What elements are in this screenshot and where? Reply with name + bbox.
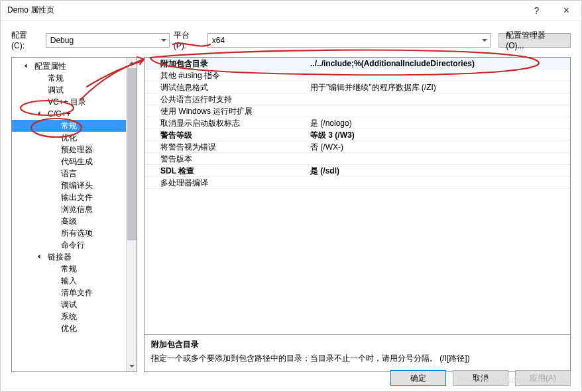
property-name: 其他 #using 指令 (145, 70, 308, 81)
tree-item[interactable]: 常规 (12, 72, 126, 84)
property-name: 使用 Windows 运行时扩展 (145, 105, 308, 117)
property-value[interactable]: 是 (/nologo) (308, 117, 570, 128)
tree-item[interactable]: VC++ 目录 (12, 96, 126, 108)
config-combo[interactable]: Debug (46, 33, 170, 48)
property-row[interactable]: 调试信息格式用于"编辑并继续"的程序数据库 (/ZI) (145, 81, 570, 93)
tree-item[interactable]: C/C++ (12, 108, 126, 120)
platform-value: x64 (212, 36, 225, 45)
tree-item[interactable]: 高级 (12, 215, 126, 227)
tree-item[interactable]: 配置属性 (12, 60, 126, 72)
property-name: 公共语言运行时支持 (145, 93, 308, 105)
tree-item[interactable]: 调试 (12, 84, 126, 96)
property-value[interactable]: 等级 3 (/W3) (308, 129, 570, 140)
property-grid[interactable]: 附加包含目录../../include;%(AdditionalIncludeD… (144, 57, 571, 335)
window-title: Demo 属性页 (7, 5, 522, 16)
property-value[interactable] (308, 70, 570, 81)
property-row[interactable]: 公共语言运行时支持 (145, 93, 570, 105)
property-value[interactable]: 用于"编辑并继续"的程序数据库 (/ZI) (308, 81, 570, 93)
property-name: 调试信息格式 (145, 81, 308, 93)
help-button[interactable]: ? (522, 1, 552, 21)
property-row[interactable]: 警告等级等级 3 (/W3) (145, 129, 570, 141)
property-name: 取消显示启动版权标志 (145, 117, 308, 128)
chevron-down-icon (482, 39, 487, 42)
tree-item[interactable]: 输入 (12, 275, 126, 287)
tree-item[interactable]: 命令行 (12, 239, 126, 251)
property-value[interactable] (308, 105, 570, 117)
property-value[interactable] (308, 93, 570, 105)
apply-button[interactable]: 应用(A) (515, 370, 571, 386)
property-name: 将警告视为错误 (145, 141, 308, 152)
property-name: 警告等级 (145, 129, 308, 140)
ok-button[interactable]: 确定 (390, 370, 446, 386)
tree-item[interactable]: 预编译头 (12, 179, 126, 191)
chevron-down-icon (161, 39, 166, 42)
property-name: 附加包含目录 (145, 58, 308, 69)
scroll-up-icon[interactable] (127, 58, 137, 68)
description-body: 指定一个或多个要添加到包含路径中的目录；当目录不止一个时，请用分号分隔。 (/I… (151, 353, 563, 364)
close-button[interactable]: × (552, 1, 581, 21)
property-value[interactable]: ../../include;%(AdditionalIncludeDirecto… (308, 58, 570, 69)
tree-item[interactable]: 系统 (12, 311, 126, 322)
tree-item[interactable]: 优化 (12, 322, 126, 334)
cancel-button[interactable]: 取消 (453, 370, 508, 386)
tree-item[interactable]: 常规 (12, 263, 126, 275)
property-row[interactable]: 使用 Windows 运行时扩展 (145, 105, 570, 117)
property-name: 警告版本 (145, 153, 308, 164)
config-label: 配置(C): (11, 30, 40, 50)
tree[interactable]: 配置属性常规调试VC++ 目录C/C++常规优化预处理器代码生成语言预编译头输出… (12, 58, 126, 371)
tree-item[interactable]: 清单文件 (12, 287, 126, 299)
property-name: 多处理器编译 (145, 177, 308, 188)
tree-item[interactable]: 优化 (12, 132, 126, 144)
property-row[interactable]: 其他 #using 指令 (145, 70, 570, 81)
scroll-thumb[interactable] (127, 68, 137, 240)
property-value[interactable]: 是 (/sdl) (308, 165, 570, 176)
tree-item[interactable]: 所有选项 (12, 227, 126, 239)
property-row[interactable]: 多处理器编译 (145, 177, 570, 189)
property-row[interactable]: 附加包含目录../../include;%(AdditionalIncludeD… (145, 58, 570, 70)
sidebar: 配置属性常规调试VC++ 目录C/C++常规优化预处理器代码生成语言预编译头输出… (11, 57, 137, 372)
tree-item[interactable]: 输出文件 (12, 191, 126, 203)
tree-item[interactable]: 代码生成 (12, 156, 126, 168)
property-name: SDL 检查 (145, 165, 308, 176)
tree-scrollbar[interactable] (126, 58, 137, 371)
config-value: Debug (50, 36, 74, 45)
property-value[interactable] (308, 153, 570, 164)
config-manager-button[interactable]: 配置管理器(O)... (498, 33, 571, 48)
property-row[interactable]: 警告版本 (145, 153, 570, 165)
property-row[interactable]: SDL 检查是 (/sdl) (145, 165, 570, 177)
tree-item[interactable]: 链接器 (12, 251, 126, 263)
platform-label: 平台(P): (174, 30, 202, 50)
property-value[interactable] (308, 177, 570, 188)
description-title: 附加包含目录 (151, 339, 563, 350)
tree-item[interactable]: 常规 (12, 120, 126, 132)
property-row[interactable]: 取消显示启动版权标志是 (/nologo) (145, 117, 570, 129)
tree-item[interactable]: 预处理器 (12, 144, 126, 156)
tree-item[interactable]: 浏览信息 (12, 203, 126, 215)
platform-combo[interactable]: x64 (207, 33, 491, 48)
tree-item[interactable]: 调试 (12, 299, 126, 311)
tree-item[interactable]: 语言 (12, 168, 126, 179)
property-row[interactable]: 将警告视为错误否 (/WX-) (145, 141, 570, 153)
property-value[interactable]: 否 (/WX-) (308, 141, 570, 152)
